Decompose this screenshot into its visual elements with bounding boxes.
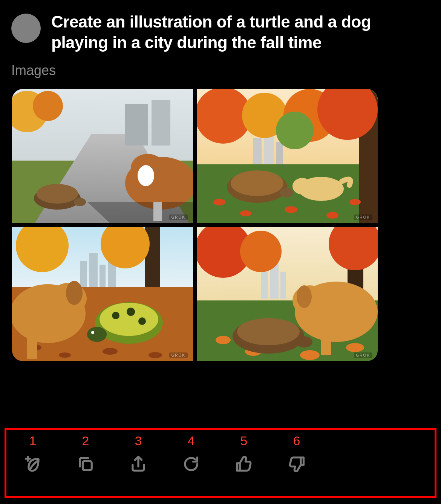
message-header: Create an illustration of a turtle and a… <box>11 11 430 53</box>
thumbs-down-button[interactable]: 6 <box>270 434 323 496</box>
svg-point-12 <box>138 165 154 186</box>
annotation-index: 6 <box>293 434 300 448</box>
generated-image-4[interactable]: GROK <box>197 227 378 361</box>
svg-point-75 <box>296 336 312 348</box>
svg-point-53 <box>138 317 146 325</box>
annotation-index: 2 <box>82 434 89 448</box>
user-prompt-text: Create an illustration of a turtle and a… <box>51 11 430 53</box>
thumbs-down-icon <box>287 453 306 475</box>
svg-point-74 <box>237 318 300 345</box>
copy-button[interactable]: 2 <box>59 434 112 496</box>
new-leaf-icon <box>23 453 43 475</box>
svg-point-72 <box>346 343 364 352</box>
annotation-index: 5 <box>240 434 248 448</box>
generated-image-grid: GROK <box>12 89 378 361</box>
svg-point-52 <box>127 308 135 316</box>
svg-point-51 <box>112 312 119 319</box>
svg-point-69 <box>216 336 231 344</box>
svg-point-71 <box>300 350 320 360</box>
create-new-button[interactable]: 1 <box>6 434 59 496</box>
thumbs-up-icon <box>234 453 254 475</box>
svg-point-29 <box>326 212 338 219</box>
svg-rect-5 <box>125 104 148 146</box>
svg-point-47 <box>103 348 118 355</box>
svg-rect-38 <box>89 253 98 287</box>
watermark: GROK <box>169 214 188 220</box>
share-icon <box>129 453 148 475</box>
svg-rect-37 <box>80 261 87 287</box>
svg-point-54 <box>87 327 107 342</box>
annotation-index: 3 <box>135 434 142 448</box>
svg-rect-59 <box>27 336 37 359</box>
svg-rect-39 <box>100 265 106 287</box>
svg-rect-6 <box>152 100 170 146</box>
regenerate-button[interactable]: 4 <box>165 434 217 496</box>
svg-point-78 <box>297 285 312 308</box>
svg-rect-62 <box>261 268 268 299</box>
svg-point-8 <box>37 184 78 204</box>
watermark: GROK <box>354 352 372 358</box>
action-bar-highlighted: 1 2 3 <box>5 428 436 498</box>
svg-point-58 <box>66 281 83 305</box>
svg-point-48 <box>149 352 162 358</box>
svg-point-30 <box>349 199 361 205</box>
svg-point-50 <box>100 303 158 336</box>
svg-point-27 <box>240 210 251 216</box>
annotation-index: 4 <box>188 434 195 448</box>
svg-point-35 <box>292 178 312 195</box>
generated-image-1[interactable]: GROK <box>12 89 193 223</box>
avatar <box>11 14 41 43</box>
svg-rect-80 <box>83 461 92 470</box>
svg-point-28 <box>285 206 297 213</box>
images-section-label: Images <box>11 63 430 78</box>
copy-icon <box>76 453 95 475</box>
svg-point-32 <box>231 170 283 196</box>
svg-point-67 <box>240 231 282 272</box>
regenerate-icon <box>181 453 201 475</box>
svg-point-55 <box>91 331 94 334</box>
svg-point-4 <box>33 91 63 121</box>
thumbs-up-button[interactable]: 5 <box>217 434 270 496</box>
generated-image-3[interactable]: GROK <box>12 227 193 361</box>
svg-point-26 <box>213 199 225 205</box>
generated-image-2[interactable]: GROK <box>197 89 378 223</box>
watermark: GROK <box>354 214 372 220</box>
chat-image-result-page: Create an illustration of a turtle and a… <box>0 0 441 504</box>
svg-rect-79 <box>321 332 331 355</box>
svg-point-33 <box>280 188 293 198</box>
svg-rect-17 <box>253 138 262 164</box>
svg-rect-64 <box>280 272 286 299</box>
watermark: GROK <box>169 352 188 358</box>
svg-point-25 <box>276 112 314 149</box>
svg-rect-19 <box>276 142 283 164</box>
svg-point-46 <box>59 352 71 358</box>
share-button[interactable]: 3 <box>112 434 165 496</box>
annotation-index: 1 <box>29 434 37 448</box>
svg-point-9 <box>74 198 86 206</box>
